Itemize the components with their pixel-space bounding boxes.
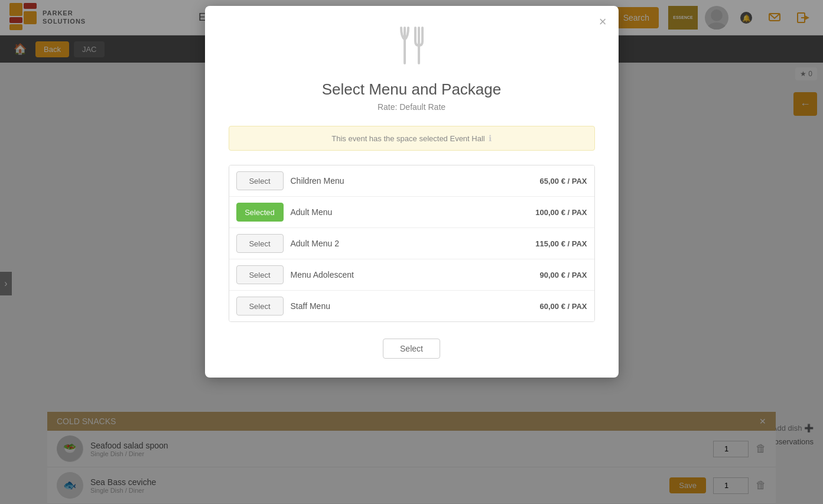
menu-list: Select Children Menu 65,00 € / PAX Selec…: [229, 165, 595, 322]
menu-row-adolescent: Select Menu Adolescent 90,00 € / PAX: [229, 259, 594, 291]
modal-footer: Select: [229, 339, 595, 359]
adult-menu-price: 100,00 € / PAX: [535, 208, 587, 217]
modal-notice: This event has the space selected Event …: [229, 126, 595, 151]
menu-row-children: Select Children Menu 65,00 € / PAX: [229, 165, 594, 197]
adult-menu-name: Adult Menu: [291, 207, 529, 217]
info-icon: ℹ: [489, 134, 492, 143]
modal-select-button[interactable]: Select: [383, 339, 440, 359]
select-adult-menu-button[interactable]: Selected: [236, 203, 284, 222]
adult2-menu-name: Adult Menu 2: [291, 239, 529, 248]
modal-cutlery-icon: [229, 25, 595, 73]
notice-text: This event has the space selected Event …: [331, 134, 484, 143]
modal-subtitle: Rate: Default Rate: [229, 102, 595, 112]
children-menu-name: Children Menu: [291, 176, 533, 186]
select-menu-modal: × Select Menu and Package Rate: Default …: [205, 6, 619, 378]
staff-menu-name: Staff Menu: [291, 301, 533, 311]
children-menu-price: 65,00 € / PAX: [540, 177, 587, 186]
menu-row-staff: Select Staff Menu 60,00 € / PAX: [229, 291, 594, 321]
select-adult2-menu-button[interactable]: Select: [236, 234, 284, 253]
menu-row-adult2: Select Adult Menu 2 115,00 € / PAX: [229, 228, 594, 259]
modal-overlay: × Select Menu and Package Rate: Default …: [0, 0, 823, 504]
menu-row-adult: Selected Adult Menu 100,00 € / PAX: [229, 197, 594, 228]
select-adolescent-menu-button[interactable]: Select: [236, 265, 284, 284]
adolescent-menu-name: Menu Adolescent: [291, 270, 533, 279]
modal-title: Select Menu and Package: [229, 80, 595, 99]
select-staff-menu-button[interactable]: Select: [236, 297, 284, 316]
staff-menu-price: 60,00 € / PAX: [540, 302, 587, 311]
modal-close-button[interactable]: ×: [599, 15, 607, 28]
select-children-menu-button[interactable]: Select: [236, 171, 284, 190]
adolescent-menu-price: 90,00 € / PAX: [540, 271, 587, 279]
adult2-menu-price: 115,00 € / PAX: [535, 239, 587, 248]
